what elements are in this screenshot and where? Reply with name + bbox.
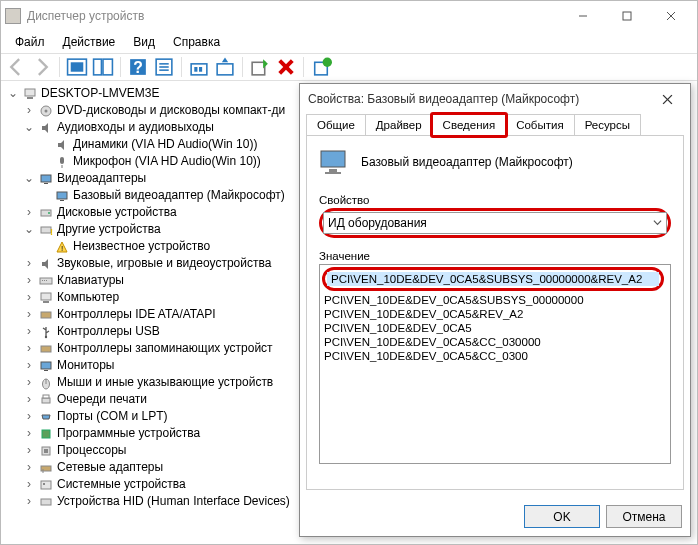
- property-combo[interactable]: ИД оборудования: [323, 212, 667, 234]
- toolbar: ?: [1, 53, 697, 81]
- toolbar-separator: [120, 57, 121, 77]
- tab-general[interactable]: Общие: [306, 114, 366, 136]
- tree-label: Неизвестное устройство: [73, 238, 210, 255]
- help-button[interactable]: ?: [127, 56, 149, 78]
- value-row[interactable]: PCI\VEN_10DE&DEV_0CA5: [320, 321, 670, 335]
- dialog-titlebar[interactable]: Свойства: Базовый видеоадаптер (Майкросо…: [300, 84, 690, 114]
- tree-ide[interactable]: ›Контроллеры IDE ATA/ATAPI: [23, 306, 301, 323]
- tree-print[interactable]: ›Очереди печати: [23, 391, 301, 408]
- dialog-title: Свойства: Базовый видеоадаптер (Майкросо…: [308, 92, 652, 106]
- svg-rect-59: [43, 483, 45, 485]
- tree-dvd[interactable]: ›DVD-дисководы и дисководы компакт-ди: [23, 102, 301, 119]
- tree-system[interactable]: ›Системные устройства: [23, 476, 301, 493]
- svg-rect-44: [41, 312, 51, 318]
- svg-rect-15: [194, 67, 197, 72]
- tree-ports[interactable]: ›Порты (COM и LPT): [23, 408, 301, 425]
- toolbar-separator: [59, 57, 60, 77]
- tree-network[interactable]: ›Сетевые адаптеры: [23, 459, 301, 476]
- value-row[interactable]: PCI\VEN_10DE&DEV_0CA5&REV_A2: [320, 307, 670, 321]
- menu-view[interactable]: Вид: [125, 33, 163, 51]
- back-button[interactable]: [5, 56, 27, 78]
- tree-label: DVD-дисководы и дисководы компакт-ди: [57, 102, 285, 119]
- svg-rect-53: [42, 430, 50, 438]
- tree-audio-speakers[interactable]: ·Динамики (VIA HD Audio(Win 10)): [39, 136, 301, 153]
- value-row[interactable]: PCI\VEN_10DE&DEV_0CA5&SUBSYS_00000000: [320, 293, 670, 307]
- svg-rect-23: [25, 89, 35, 96]
- value-list[interactable]: PCI\VEN_10DE&DEV_0CA5&SUBSYS_00000000&RE…: [319, 264, 671, 464]
- enable-button[interactable]: [249, 56, 271, 78]
- tree-cpu[interactable]: ›Процессоры: [23, 442, 301, 459]
- tree-software[interactable]: ›Программные устройства: [23, 425, 301, 442]
- ok-button[interactable]: OK: [524, 505, 600, 528]
- tree-other[interactable]: ⌄!Другие устройства: [23, 221, 301, 238]
- tree-usb[interactable]: ›Контроллеры USB: [23, 323, 301, 340]
- property-combo-value: ИД оборудования: [328, 216, 427, 230]
- update-driver-button[interactable]: [214, 56, 236, 78]
- svg-rect-41: [46, 280, 47, 281]
- close-button[interactable]: [649, 2, 693, 30]
- forward-button[interactable]: [31, 56, 53, 78]
- tree-audio[interactable]: ⌄Аудиовходы и аудиовыходы: [23, 119, 301, 136]
- tree-root[interactable]: ⌄ DESKTOP-LMVEM3E: [7, 85, 301, 102]
- tree-monitors[interactable]: ›Мониторы: [23, 357, 301, 374]
- value-label: Значение: [319, 250, 671, 262]
- tree-sound[interactable]: ›Звуковые, игровые и видеоустройства: [23, 255, 301, 272]
- computer-icon: [22, 87, 38, 101]
- tree-label: Компьютер: [57, 289, 119, 306]
- scan-hardware-button[interactable]: [188, 56, 210, 78]
- tree-label: Очереди печати: [57, 391, 147, 408]
- app-icon: [5, 8, 21, 24]
- tab-details[interactable]: Сведения: [432, 114, 507, 136]
- dialog-close-button[interactable]: [652, 85, 682, 113]
- tree-audio-mic[interactable]: ·Микрофон (VIA HD Audio(Win 10)): [39, 153, 301, 170]
- disable-button[interactable]: [275, 56, 297, 78]
- value-row-highlight: PCI\VEN_10DE&DEV_0CA5&SUBSYS_00000000&RE…: [322, 267, 664, 291]
- show-hidden-button[interactable]: [66, 56, 88, 78]
- tab-events[interactable]: События: [505, 114, 574, 136]
- tab-resources[interactable]: Ресурсы: [574, 114, 641, 136]
- printer-icon: [38, 393, 54, 407]
- tree-disks[interactable]: ›Дисковые устройства: [23, 204, 301, 221]
- svg-rect-64: [329, 169, 337, 172]
- properties-button[interactable]: [153, 56, 175, 78]
- tree-label: Дисковые устройства: [57, 204, 177, 221]
- menu-action[interactable]: Действие: [55, 33, 124, 51]
- device-tree[interactable]: ⌄ DESKTOP-LMVEM3E ›DVD-дисководы и диско…: [1, 81, 301, 544]
- toolbar-separator: [303, 57, 304, 77]
- tab-bar: Общие Драйвер Сведения События Ресурсы: [300, 114, 690, 136]
- value-row[interactable]: PCI\VEN_10DE&DEV_0CA5&CC_030000: [320, 335, 670, 349]
- tree-video[interactable]: ⌄Видеоадаптеры: [23, 170, 301, 187]
- tree-label: Контроллеры запоминающих устройст: [57, 340, 273, 357]
- controller-icon: [38, 342, 54, 356]
- tree-label: Устройства HID (Human Interface Devices): [57, 493, 290, 510]
- display-icon: [38, 172, 54, 186]
- tree-other-unknown[interactable]: ·!Неизвестное устройство: [39, 238, 301, 255]
- menu-file[interactable]: Файл: [7, 33, 53, 51]
- menu-help[interactable]: Справка: [165, 33, 228, 51]
- menu-bar: Файл Действие Вид Справка: [1, 31, 697, 53]
- uninstall-button[interactable]: [310, 56, 332, 78]
- tree-storage[interactable]: ›Контроллеры запоминающих устройст: [23, 340, 301, 357]
- cancel-button[interactable]: Отмена: [606, 505, 682, 528]
- tree-label: Клавиатуры: [57, 272, 124, 289]
- value-row[interactable]: PCI\VEN_10DE&DEV_0CA5&CC_0300: [320, 349, 670, 363]
- tree-label: Базовый видеоадаптер (Майкрософт): [73, 187, 285, 204]
- chip-icon: [38, 427, 54, 441]
- tree-video-basic[interactable]: ·Базовый видеоадаптер (Майкрософт): [39, 187, 301, 204]
- tab-panel: Базовый видеоадаптер (Майкрософт) Свойст…: [306, 135, 684, 490]
- tab-driver[interactable]: Драйвер: [365, 114, 433, 136]
- value-row[interactable]: PCI\VEN_10DE&DEV_0CA5&SUBSYS_00000000&RE…: [327, 272, 659, 286]
- tree-mice[interactable]: ›Мыши и иные указывающие устройств: [23, 374, 301, 391]
- tree-keyboards[interactable]: ›Клавиатуры: [23, 272, 301, 289]
- svg-text:!: !: [61, 244, 63, 253]
- minimize-button[interactable]: [561, 2, 605, 30]
- tree-computer[interactable]: ›Компьютер: [23, 289, 301, 306]
- maximize-button[interactable]: [605, 2, 649, 30]
- tree-label: Другие устройства: [57, 221, 161, 238]
- svg-rect-5: [71, 62, 84, 71]
- display-icon: [54, 189, 70, 203]
- svg-rect-24: [27, 97, 33, 99]
- tree-hid[interactable]: ›Устройства HID (Human Interface Devices…: [23, 493, 301, 510]
- view-mode-button[interactable]: [92, 56, 114, 78]
- window-titlebar: Диспетчер устройств: [1, 1, 697, 31]
